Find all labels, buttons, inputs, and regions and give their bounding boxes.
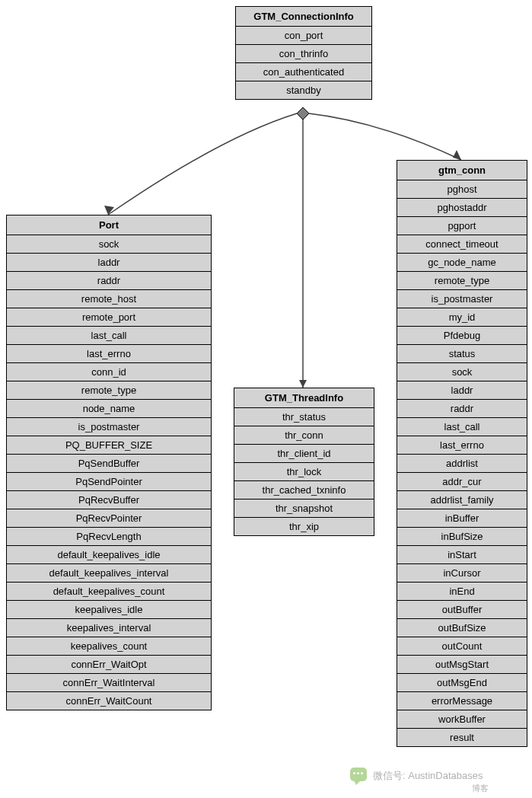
class-attribute: connErr_WaitOpt <box>7 656 211 674</box>
class-attribute: last_call <box>397 418 527 436</box>
class-attribute: PqSendPointer <box>7 473 211 491</box>
class-attribute: default_keepalives_idle <box>7 546 211 564</box>
class-attribute: default_keepalives_count <box>7 583 211 601</box>
class-attribute: addr_cur <box>397 473 527 491</box>
arrow-left <box>104 206 114 215</box>
class-port: Port sockladdrraddrremote_hostremote_por… <box>6 215 212 710</box>
class-attribute: thr_snapshot <box>234 500 374 518</box>
class-attribute: Pfdebug <box>397 327 527 345</box>
arrow-right <box>453 150 461 160</box>
class-attribute: thr_client_id <box>234 445 374 463</box>
class-attribute: remote_host <box>7 290 211 308</box>
class-attribute: PqSendBuffer <box>7 455 211 473</box>
class-attribute: gc_node_name <box>397 254 527 272</box>
uml-diagram: GTM_ConnectionInfo con_portcon_thrinfoco… <box>0 0 532 798</box>
class-attribute: default_keepalives_interval <box>7 564 211 583</box>
class-title: GTM_ThreadInfo <box>234 388 374 408</box>
class-attribute: thr_conn <box>234 426 374 445</box>
class-attribute: inStart <box>397 546 527 564</box>
class-title: GTM_ConnectionInfo <box>236 7 371 27</box>
class-gtm-conn: gtm_conn pghostpghostaddrpgportconnect_t… <box>397 160 527 747</box>
class-gtm-threadinfo: GTM_ThreadInfo thr_statusthr_connthr_cli… <box>234 388 374 536</box>
class-attribute: last_errno <box>397 436 527 455</box>
aggregation-diamond <box>297 107 309 120</box>
class-attribute: node_name <box>7 400 211 418</box>
class-attribute: sock <box>7 235 211 254</box>
class-attribute: raddr <box>7 272 211 290</box>
class-attribute: pghost <box>397 180 527 199</box>
class-attribute: is_postmaster <box>397 290 527 308</box>
class-attribute: last_call <box>7 327 211 345</box>
class-attribute: status <box>397 345 527 363</box>
class-attribute: inCursor <box>397 564 527 583</box>
class-attribute: thr_status <box>234 408 374 426</box>
class-attribute: outCount <box>397 637 527 656</box>
class-attribute: thr_lock <box>234 463 374 481</box>
class-attribute: con_thrinfo <box>236 45 371 63</box>
class-attribute: thr_xip <box>234 518 374 535</box>
connector-right <box>309 113 461 160</box>
class-attribute: my_id <box>397 308 527 327</box>
class-attribute: pghostaddr <box>397 199 527 217</box>
class-attribute: result <box>397 729 527 746</box>
class-attribute: last_errno <box>7 345 211 363</box>
arrow-middle <box>299 380 307 388</box>
class-attribute: standby <box>236 81 371 99</box>
watermark-text: 微信号: AustinDatabases <box>373 769 483 783</box>
class-attribute: addrlist <box>397 455 527 473</box>
class-attribute: keepalives_count <box>7 637 211 656</box>
class-attribute: PqRecvBuffer <box>7 491 211 509</box>
class-title: Port <box>7 215 211 235</box>
class-attribute: workBuffer <box>397 710 527 729</box>
watermark-text-2: 博客 <box>472 783 489 794</box>
class-attribute: remote_port <box>7 308 211 327</box>
class-attribute: addrlist_family <box>397 491 527 509</box>
class-attribute: connErr_WaitInterval <box>7 674 211 692</box>
class-attribute: inEnd <box>397 583 527 601</box>
class-attribute: outBufSize <box>397 619 527 637</box>
class-attribute: PQ_BUFFER_SIZE <box>7 436 211 455</box>
class-title: gtm_conn <box>397 161 527 180</box>
class-attribute: pgport <box>397 217 527 235</box>
class-attribute: is_postmaster <box>7 418 211 436</box>
class-attribute: connErr_WaitCount <box>7 692 211 710</box>
connector-left <box>108 113 297 215</box>
class-attribute: sock <box>397 363 527 381</box>
wechat-icon <box>350 768 367 781</box>
class-attribute: raddr <box>397 400 527 418</box>
class-attribute: keepalives_idle <box>7 601 211 619</box>
class-attribute: inBufSize <box>397 528 527 546</box>
class-attribute: conn_id <box>7 363 211 381</box>
class-attribute: con_port <box>236 27 371 45</box>
class-gtm-connectioninfo: GTM_ConnectionInfo con_portcon_thrinfoco… <box>235 6 372 100</box>
class-attribute: errorMessage <box>397 692 527 710</box>
class-attribute: remote_type <box>397 272 527 290</box>
class-attribute: PqRecvPointer <box>7 509 211 528</box>
class-attribute: outBuffer <box>397 601 527 619</box>
class-attribute: thr_cached_txninfo <box>234 481 374 500</box>
class-attribute: PqRecvLength <box>7 528 211 546</box>
class-attribute: laddr <box>7 254 211 272</box>
class-attribute: con_authenticated <box>236 63 371 81</box>
class-attribute: laddr <box>397 381 527 400</box>
class-attribute: connect_timeout <box>397 235 527 254</box>
class-attribute: inBuffer <box>397 509 527 528</box>
class-attribute: outMsgStart <box>397 656 527 674</box>
class-attribute: remote_type <box>7 381 211 400</box>
class-attribute: outMsgEnd <box>397 674 527 692</box>
class-attribute: keepalives_interval <box>7 619 211 637</box>
